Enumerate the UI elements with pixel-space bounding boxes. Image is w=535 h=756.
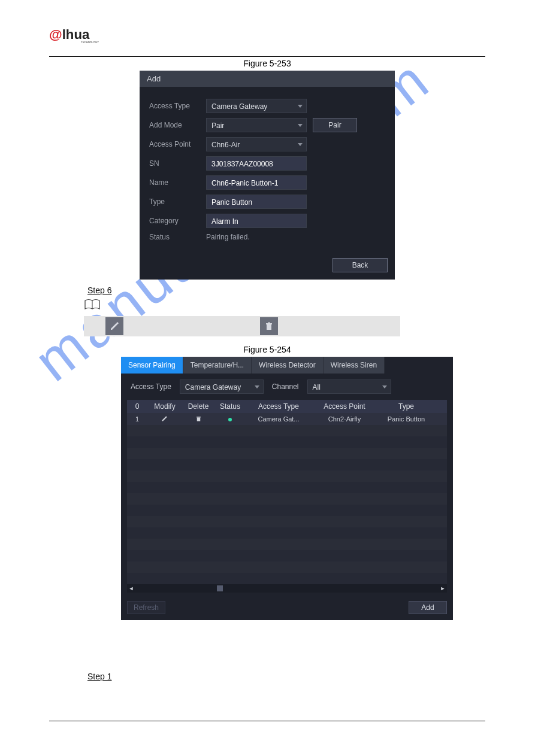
brand-logo: @lhua TECHNOLOGY xyxy=(49,26,109,47)
svg-text:TECHNOLOGY: TECHNOLOGY xyxy=(81,41,99,44)
col-type: Type xyxy=(377,402,435,411)
label-filter-access-type: Access Type xyxy=(131,382,171,391)
col-access-type: Access Type xyxy=(246,402,312,411)
label-type: Type xyxy=(149,198,206,206)
label-add-mode: Add Mode xyxy=(149,121,206,129)
svg-text:@lhua: @lhua xyxy=(49,27,90,42)
trash-icon[interactable] xyxy=(260,317,278,335)
add-button[interactable]: Add xyxy=(409,601,447,614)
book-icon xyxy=(84,299,485,312)
chevron-down-icon xyxy=(298,143,303,146)
cell-type: Panic Button xyxy=(377,415,435,423)
input-sn[interactable]: 3J01837AAZ00008 xyxy=(206,156,307,171)
figure-caption-254: Figure 5-254 xyxy=(49,345,485,354)
col-index: 0 xyxy=(127,402,147,411)
status-text: Pairing failed. xyxy=(206,233,250,241)
figure-caption-253: Figure 5-253 xyxy=(49,59,485,68)
select-access-type-value: Camera Gateway xyxy=(211,102,267,111)
pencil-icon[interactable] xyxy=(105,317,123,335)
svg-rect-7 xyxy=(197,417,200,421)
sensor-pairing-panel: Sensor Pairing Temperature/H... Wireless… xyxy=(121,357,453,620)
row-edit-button[interactable] xyxy=(147,415,182,423)
input-name[interactable]: Chn6-Panic Button-1 xyxy=(206,175,307,190)
table-header: 0 Modify Delete Status Access Type Acces… xyxy=(127,400,447,413)
svg-rect-5 xyxy=(266,323,272,324)
col-modify: Modify xyxy=(147,402,182,411)
label-access-type: Access Type xyxy=(149,102,206,110)
step-1-label: Step 1 xyxy=(87,672,111,681)
svg-rect-6 xyxy=(268,323,270,324)
select-add-mode-value: Pair xyxy=(211,122,224,130)
horizontal-scrollbar[interactable]: ◄ ► xyxy=(127,584,447,593)
select-access-point-value: Chn6-Air xyxy=(211,141,240,149)
tab-sensor-pairing[interactable]: Sensor Pairing xyxy=(121,357,183,374)
status-dot-icon xyxy=(228,418,232,421)
label-sn: SN xyxy=(149,159,206,168)
chevron-down-icon xyxy=(298,105,303,108)
tab-bar: Sensor Pairing Temperature/H... Wireless… xyxy=(121,357,453,374)
input-category[interactable]: Alarm In xyxy=(206,214,307,228)
col-status: Status xyxy=(214,402,246,411)
row-delete-button[interactable] xyxy=(182,415,214,423)
input-type[interactable]: Panic Button xyxy=(206,195,307,209)
select-access-type[interactable]: Camera Gateway xyxy=(206,99,307,113)
cell-status xyxy=(214,415,246,423)
tab-temperature[interactable]: Temperature/H... xyxy=(183,357,252,374)
tab-wireless-detector[interactable]: Wireless Detector xyxy=(252,357,324,374)
step-6-label: Step 6 xyxy=(87,286,111,295)
scroll-thumb[interactable] xyxy=(217,585,223,591)
select-access-point[interactable]: Chn6-Air xyxy=(206,137,307,151)
select-add-mode[interactable]: Pair xyxy=(206,118,307,132)
header-rule xyxy=(49,56,485,57)
chevron-down-icon xyxy=(255,385,259,388)
icon-toolbar xyxy=(84,316,400,336)
table-row[interactable]: 1 Camera Gat... Chn2-Airfly Panic Button xyxy=(127,413,447,425)
cell-access-point: Chn2-Airfly xyxy=(312,415,377,423)
refresh-button[interactable]: Refresh xyxy=(127,601,165,614)
col-access-point: Access Point xyxy=(312,402,377,411)
back-button[interactable]: Back xyxy=(333,258,388,272)
cell-access-type: Camera Gat... xyxy=(246,415,312,423)
col-delete: Delete xyxy=(182,402,214,411)
label-status: Status xyxy=(149,233,206,241)
svg-rect-8 xyxy=(197,417,201,417)
select-filter-channel-value: All xyxy=(313,383,321,391)
label-name: Name xyxy=(149,178,206,187)
empty-rows xyxy=(127,425,447,584)
chevron-down-icon xyxy=(298,124,303,127)
pair-button[interactable]: Pair xyxy=(313,118,357,132)
device-table: 0 Modify Delete Status Access Type Acces… xyxy=(127,400,447,593)
svg-rect-4 xyxy=(267,324,271,330)
scroll-right-icon[interactable]: ► xyxy=(439,584,447,593)
label-filter-channel: Channel xyxy=(272,382,299,391)
footer-rule xyxy=(49,721,485,721)
label-access-point: Access Point xyxy=(149,140,206,148)
tab-wireless-siren[interactable]: Wireless Siren xyxy=(324,357,385,374)
select-filter-access-type[interactable]: Camera Gateway xyxy=(180,379,264,394)
add-dialog: Add Access Type Camera Gateway Add Mode … xyxy=(140,71,395,280)
label-category: Category xyxy=(149,217,206,225)
select-filter-access-type-value: Camera Gateway xyxy=(185,383,241,391)
select-filter-channel[interactable]: All xyxy=(307,379,391,394)
chevron-down-icon xyxy=(382,385,387,388)
dialog-title: Add xyxy=(140,71,395,87)
cell-index: 1 xyxy=(127,415,147,423)
scroll-left-icon[interactable]: ◄ xyxy=(127,584,135,593)
